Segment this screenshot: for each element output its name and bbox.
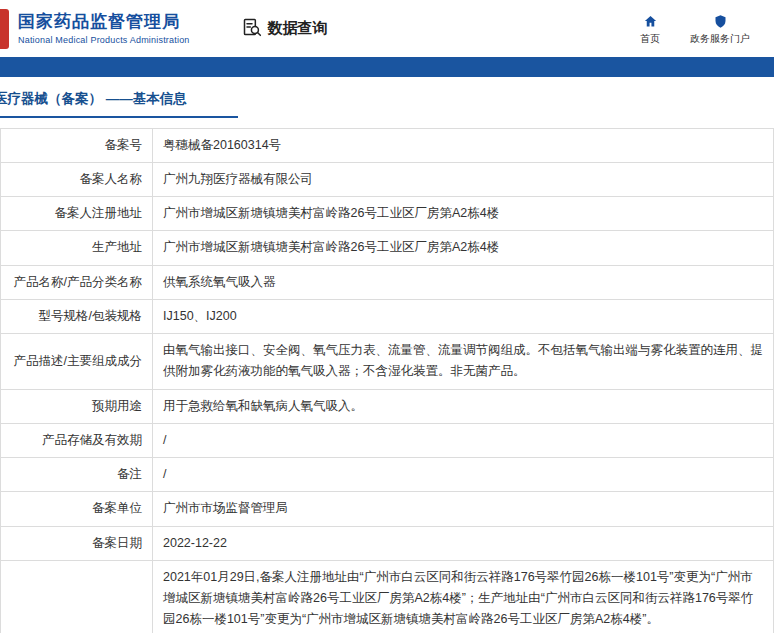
- row-value: 2021年01月29日,备案人注册地址由“广州市白云区同和街云祥路176号翠竹园…: [153, 560, 774, 633]
- table-row: 预期用途用于急救给氧和缺氧病人氧气吸入。: [1, 389, 774, 423]
- row-value: 广州市市场监督管理局: [153, 492, 774, 526]
- title-underline: [0, 116, 238, 118]
- table-row: 型号规格/包装规格IJ150、IJ200: [1, 299, 774, 333]
- row-value: 由氧气输出接口、安全阀、氧气压力表、流量管、流量调节阀组成。不包括氧气输出端与雾…: [153, 334, 774, 390]
- row-value: 用于急救给氧和缺氧病人氧气吸入。: [153, 389, 774, 423]
- row-label: 产品描述/主要组成成分: [1, 334, 153, 390]
- top-header: 国家药品监督管理局 National Medical Products Admi…: [0, 0, 774, 57]
- row-label: 变更情况: [1, 560, 153, 633]
- table-row: 变更情况2021年01月29日,备案人注册地址由“广州市白云区同和街云祥路176…: [1, 560, 774, 633]
- row-label: 生产地址: [1, 231, 153, 265]
- row-label: 备案日期: [1, 526, 153, 560]
- table-row: 生产地址广州市增城区新塘镇塘美村富岭路26号工业区厂房第A2栋4楼: [1, 231, 774, 265]
- data-query-icon: [242, 17, 268, 40]
- content-section: 医疗器械（备案） ——基本信息 备案号粤穗械备20160314号备案人名称广州九…: [0, 77, 774, 633]
- row-value: 广州九翔医疗器械有限公司: [153, 162, 774, 196]
- row-label: 备注: [1, 458, 153, 492]
- home-icon: [643, 13, 658, 30]
- table-row: 产品名称/产品分类名称供氧系统氧气吸入器: [1, 265, 774, 299]
- row-value: 供氧系统氧气吸入器: [153, 265, 774, 299]
- table-row: 产品存储及有效期/: [1, 423, 774, 457]
- row-label: 备案单位: [1, 492, 153, 526]
- portal-link[interactable]: 政务服务门户: [690, 13, 750, 44]
- row-label: 备案人注册地址: [1, 197, 153, 231]
- row-value: 广州市增城区新塘镇塘美村富岭路26号工业区厂房第A2栋4楼: [153, 197, 774, 231]
- row-label: 产品存储及有效期: [1, 423, 153, 457]
- table-row: 备案人注册地址广州市增城区新塘镇塘美村富岭路26号工业区厂房第A2栋4楼: [1, 197, 774, 231]
- header-band: [0, 57, 774, 77]
- table-row: 备案日期2022-12-22: [1, 526, 774, 560]
- agency-logo-block: 国家药品监督管理局 National Medical Products Admi…: [0, 9, 190, 49]
- table-row: 备案单位广州市市场监督管理局: [1, 492, 774, 526]
- row-label: 预期用途: [1, 389, 153, 423]
- header-right-links: 首页 政务服务门户: [640, 13, 750, 44]
- portal-icon: [713, 13, 728, 30]
- row-value: /: [153, 423, 774, 457]
- agency-name-cn: 国家药品监督管理局: [18, 12, 190, 32]
- table-row: 备案号粤穗械备20160314号: [1, 128, 774, 162]
- row-value: 广州市增城区新塘镇塘美村富岭路26号工业区厂房第A2栋4楼: [153, 231, 774, 265]
- row-label: 产品名称/产品分类名称: [1, 265, 153, 299]
- row-label: 备案人名称: [1, 162, 153, 196]
- basic-info-table: 备案号粤穗械备20160314号备案人名称广州九翔医疗器械有限公司备案人注册地址…: [0, 128, 774, 633]
- data-query-label: 数据查询: [268, 19, 328, 38]
- row-value: IJ150、IJ200: [153, 299, 774, 333]
- row-label: 型号规格/包装规格: [1, 299, 153, 333]
- home-link[interactable]: 首页: [640, 13, 660, 44]
- nmpa-logo-icon: [0, 9, 9, 49]
- table-row: 备案人名称广州九翔医疗器械有限公司: [1, 162, 774, 196]
- row-value: 粤穗械备20160314号: [153, 128, 774, 162]
- table-row: 产品描述/主要组成成分由氧气输出接口、安全阀、氧气压力表、流量管、流量调节阀组成…: [1, 334, 774, 390]
- agency-titles: 国家药品监督管理局 National Medical Products Admi…: [18, 12, 190, 45]
- agency-name-en: National Medical Products Administration: [18, 35, 190, 45]
- row-value: 2022-12-22: [153, 526, 774, 560]
- portal-label: 政务服务门户: [690, 34, 750, 44]
- row-value: /: [153, 458, 774, 492]
- info-table-body: 备案号粤穗械备20160314号备案人名称广州九翔医疗器械有限公司备案人注册地址…: [1, 128, 774, 633]
- table-row: 备注/: [1, 458, 774, 492]
- row-label: 备案号: [1, 128, 153, 162]
- home-label: 首页: [640, 34, 660, 44]
- data-query-nav[interactable]: 数据查询: [242, 17, 328, 40]
- page-title: 医疗器械（备案） ——基本信息: [0, 90, 774, 108]
